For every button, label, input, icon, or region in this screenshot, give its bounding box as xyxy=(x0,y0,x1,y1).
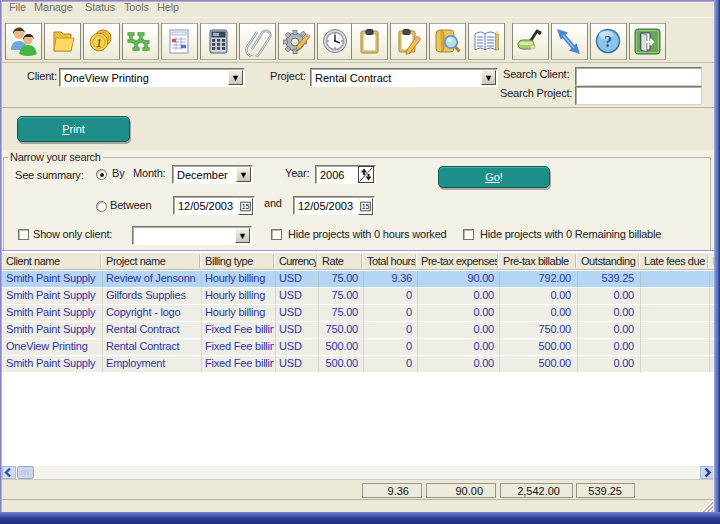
svg-text:1: 1 xyxy=(96,36,102,50)
svg-text:15: 15 xyxy=(362,203,370,210)
svg-text:?: ? xyxy=(604,33,612,50)
svg-text:15: 15 xyxy=(242,203,250,210)
